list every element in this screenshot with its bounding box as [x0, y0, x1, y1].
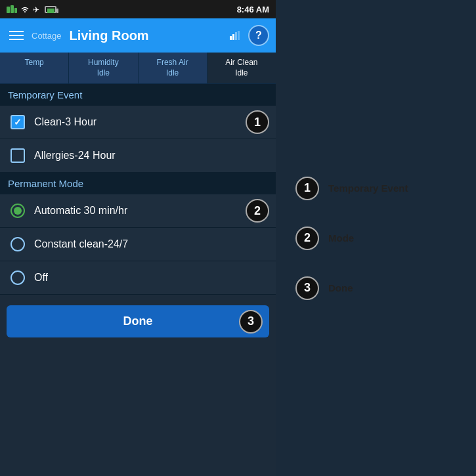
help-button[interactable]: ?	[248, 25, 269, 46]
tab-bar: Temp HumidityIdle Fresh AirIdle Air Clea…	[0, 53, 276, 84]
allergies-24-hour-row[interactable]: Allergies-24 Hour	[0, 139, 276, 173]
legend-badge-1: 1	[295, 177, 319, 200]
clean-3-hour-label: Clean-3 Hour	[34, 116, 97, 128]
hamburger-menu[interactable]	[7, 28, 26, 43]
header-subtitle: Cottage	[32, 31, 62, 41]
temporary-event-section-header: Temporary Event	[0, 84, 276, 106]
svg-rect-1	[11, 5, 14, 13]
constant-clean-row[interactable]: Constant clean-24/7	[0, 228, 276, 261]
signal-icon	[230, 31, 240, 40]
status-icons: ✈	[7, 5, 56, 14]
svg-rect-2	[14, 8, 17, 13]
legend-badge-2: 2	[295, 227, 319, 250]
off-mode-radio[interactable]	[11, 270, 25, 285]
clean-3-hour-row[interactable]: Clean-3 Hour 1	[0, 106, 276, 139]
legend-item-2: 2 Mode	[295, 227, 456, 250]
svg-rect-5	[232, 34, 234, 40]
legend-panel: 1 Temporary Event 2 Mode 3 Done	[276, 0, 476, 476]
svg-rect-0	[7, 7, 10, 13]
airplane-icon: ✈	[33, 5, 42, 14]
phone-panel: ✈ 8:46 AM Cottage Living Room ? Temp	[0, 0, 276, 476]
time-display: 8:46 AM	[237, 5, 269, 14]
tab-fresh-air-idle[interactable]: Fresh AirIdle	[139, 53, 207, 83]
legend-badge-3: 3	[295, 276, 319, 300]
done-button[interactable]: Done 3	[7, 305, 269, 337]
svg-rect-6	[235, 32, 237, 40]
tab-temp[interactable]: Temp	[0, 53, 69, 83]
tab-air-clean-idle[interactable]: Air CleanIdle	[207, 53, 276, 83]
svg-rect-7	[238, 31, 240, 40]
constant-clean-radio[interactable]	[11, 237, 25, 251]
automatic-mode-radio[interactable]	[11, 204, 25, 218]
legend-label-2: Mode	[328, 232, 354, 244]
automatic-mode-row[interactable]: Automatic 30 min/hr 2	[0, 194, 276, 228]
svg-text:✈: ✈	[33, 5, 39, 14]
mode-badge: 2	[246, 199, 269, 223]
battery-icon	[45, 6, 56, 13]
status-bar: ✈ 8:46 AM	[0, 0, 276, 18]
legend-item-1: 1 Temporary Event	[295, 177, 456, 200]
clean-3-hour-checkbox[interactable]	[11, 115, 25, 129]
legend-item-3: 3 Done	[295, 276, 456, 300]
allergies-24-hour-checkbox[interactable]	[11, 148, 25, 163]
off-mode-label: Off	[34, 272, 48, 284]
automatic-mode-label: Automatic 30 min/hr	[34, 205, 127, 217]
header-bar: Cottage Living Room ?	[0, 18, 276, 53]
app-icons	[7, 5, 17, 14]
constant-clean-label: Constant clean-24/7	[34, 238, 128, 250]
wifi-icon	[20, 5, 30, 14]
permanent-mode-section-header: Permanent Mode	[0, 173, 276, 194]
header-title: Living Room	[70, 28, 225, 43]
legend-label-3: Done	[328, 282, 353, 293]
legend-label-1: Temporary Event	[328, 183, 408, 194]
allergies-24-hour-label: Allergies-24 Hour	[34, 150, 116, 162]
off-mode-row[interactable]: Off	[0, 261, 276, 295]
done-badge: 3	[239, 310, 263, 334]
tab-humidity-idle[interactable]: HumidityIdle	[69, 53, 138, 83]
temporary-event-badge: 1	[246, 110, 269, 134]
svg-rect-4	[230, 36, 232, 40]
